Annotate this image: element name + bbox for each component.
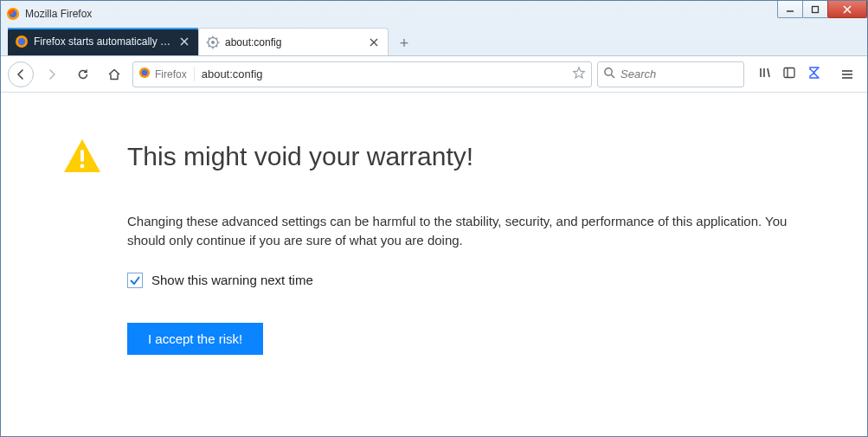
home-icon — [107, 67, 121, 81]
arrow-right-icon — [45, 67, 59, 81]
hamburger-icon — [840, 67, 854, 81]
tab-close-icon[interactable] — [367, 35, 381, 49]
reload-button[interactable] — [70, 61, 96, 87]
tab-close-icon[interactable] — [177, 35, 191, 48]
reload-icon — [76, 67, 90, 81]
back-button[interactable] — [8, 61, 34, 87]
firefox-window: Mozilla Firefox Firefox starts automatic… — [0, 0, 868, 437]
checkmark-icon — [129, 274, 141, 286]
identity-label: Firefox — [155, 68, 187, 80]
svg-point-7 — [18, 38, 25, 45]
firefox-identity-icon — [138, 67, 151, 81]
svg-point-23 — [142, 70, 148, 76]
app-menu-button[interactable] — [834, 61, 860, 87]
toolbar-actions — [758, 65, 822, 84]
tab-strip: Firefox starts automatically when about:… — [1, 27, 867, 56]
tab-active[interactable]: about:config — [198, 28, 389, 55]
library-icon[interactable] — [758, 66, 772, 83]
forward-button[interactable] — [39, 61, 65, 87]
svg-rect-29 — [784, 67, 794, 77]
firefox-favicon-icon — [15, 35, 29, 48]
window-maximize-button[interactable] — [802, 1, 828, 18]
search-icon — [603, 67, 615, 82]
sidebar-icon[interactable] — [782, 66, 796, 83]
svg-point-35 — [80, 164, 85, 169]
about-config-warning: This might void your warranty! Changing … — [1, 93, 867, 398]
show-warning-checkbox[interactable]: Show this warning next time — [127, 273, 802, 288]
tab-label: Firefox starts automatically when — [34, 35, 172, 48]
svg-rect-34 — [80, 150, 84, 162]
checkbox-label: Show this warning next time — [151, 273, 313, 287]
home-button[interactable] — [101, 61, 127, 87]
svg-rect-3 — [813, 6, 819, 12]
svg-line-25 — [611, 74, 614, 78]
window-titlebar: Mozilla Firefox — [1, 1, 867, 27]
tab-background[interactable]: Firefox starts automatically when — [8, 28, 198, 55]
url-input[interactable] — [202, 67, 565, 80]
accept-risk-button[interactable]: I accept the risk! — [127, 323, 263, 355]
page-content: This might void your warranty! Changing … — [1, 93, 867, 436]
window-minimize-button[interactable] — [777, 1, 803, 18]
checkbox-box — [127, 273, 143, 288]
window-controls — [778, 1, 867, 18]
window-title: Mozilla Firefox — [25, 8, 92, 20]
search-bar[interactable] — [597, 61, 744, 87]
new-tab-button[interactable]: + — [392, 31, 416, 55]
window-close-button[interactable] — [827, 1, 867, 18]
svg-point-24 — [605, 67, 612, 74]
bookmark-star-icon[interactable] — [572, 66, 586, 83]
svg-point-11 — [211, 41, 215, 44]
svg-line-28 — [768, 68, 769, 77]
tab-label: about:config — [225, 36, 362, 48]
warning-body-text: Changing these advanced settings can be … — [127, 212, 802, 250]
url-bar[interactable]: Firefox — [132, 61, 592, 87]
plus-icon: + — [400, 35, 409, 53]
warning-triangle-icon — [61, 136, 103, 177]
arrow-left-icon — [14, 67, 28, 81]
search-input[interactable] — [620, 67, 767, 80]
warning-heading: This might void your warranty! — [127, 142, 473, 171]
navigation-toolbar: Firefox — [1, 56, 867, 93]
gear-favicon-icon — [206, 35, 220, 49]
site-identity[interactable]: Firefox — [138, 67, 195, 81]
firefox-app-icon — [6, 7, 20, 21]
sigma-extension-icon[interactable] — [807, 65, 822, 84]
